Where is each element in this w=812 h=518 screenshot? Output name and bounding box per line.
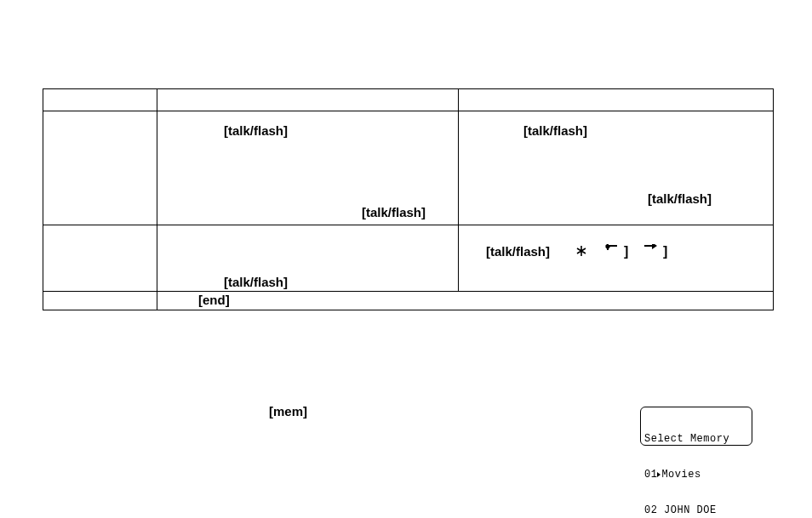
- table-row: [end]: [43, 292, 774, 310]
- left-arrow-glyph: [605, 244, 624, 256]
- feature-table: [talk/flash] [talk/flash] [talk/flash] […: [43, 88, 774, 310]
- talk-flash-button[interactable]: [talk/flash]: [224, 123, 288, 139]
- cursor-icon: [657, 472, 660, 477]
- row3-col-c: [talk/flash] ]: [459, 225, 774, 292]
- lcd-line-1: Select Memory: [644, 433, 748, 445]
- star-key-icon[interactable]: [576, 244, 586, 261]
- row2-label-cell: [43, 111, 157, 225]
- left-arrow-icon[interactable]: ]: [605, 244, 628, 259]
- table-header-row: [43, 89, 774, 111]
- hdr-cell-3: [459, 89, 774, 111]
- talk-flash-button[interactable]: [talk/flash]: [486, 244, 550, 259]
- right-arrow-icon[interactable]: ]: [644, 244, 667, 259]
- talk-flash-button[interactable]: [talk/flash]: [648, 191, 712, 207]
- row2-col-c: [talk/flash] [talk/flash]: [459, 111, 774, 225]
- bracket-text: ]: [663, 244, 667, 259]
- lcd-line2-name: Movies: [661, 469, 700, 481]
- mem-button[interactable]: [mem]: [269, 404, 307, 418]
- talk-flash-button[interactable]: [talk/flash]: [224, 275, 288, 290]
- talk-flash-button[interactable]: [talk/flash]: [523, 123, 587, 139]
- lcd-line-3: 02 JOHN DOE: [644, 504, 748, 516]
- right-arrow-glyph: [644, 244, 663, 256]
- table-row: [talk/flash] [talk/flash] ]: [43, 225, 774, 292]
- talk-flash-button[interactable]: [talk/flash]: [362, 205, 426, 220]
- row2-col-b: [talk/flash] [talk/flash]: [157, 111, 459, 225]
- end-button[interactable]: [end]: [198, 293, 230, 308]
- row3-col-b: [talk/flash]: [157, 225, 459, 292]
- bracket-text: ]: [624, 244, 628, 259]
- hdr-cell-2: [157, 89, 459, 111]
- row4-label-cell: [43, 292, 157, 310]
- row4-desc-cell: [end]: [157, 292, 774, 310]
- lcd-line-2: 01Movies: [644, 469, 748, 481]
- lcd-display: Select Memory 01Movies 02 JOHN DOE: [640, 407, 752, 446]
- table-row: [talk/flash] [talk/flash] [talk/flash] […: [43, 111, 774, 225]
- row3-label-cell: [43, 225, 157, 292]
- hdr-cell-1: [43, 89, 157, 111]
- star-glyph: [576, 244, 586, 258]
- lcd-line2-num: 01: [644, 469, 657, 481]
